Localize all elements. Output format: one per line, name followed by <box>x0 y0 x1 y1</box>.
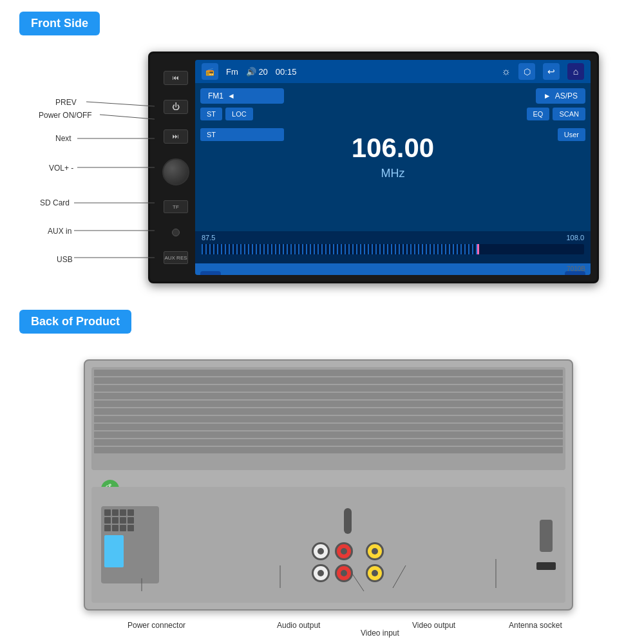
fin-10 <box>94 439 563 446</box>
screen-right-controls: ►AS/PS EQ SCAN User <box>502 88 585 226</box>
video-row-2 <box>366 564 384 582</box>
back-icon[interactable]: ↩ <box>543 63 560 80</box>
video-row-1 <box>366 542 384 560</box>
sd-card-slot[interactable]: TF <box>164 200 188 213</box>
freq-bar: ‹ 87.50 90.00 98.00 106.00 108.00 87.50 … <box>195 263 591 275</box>
front-section-label: Front Side <box>19 12 100 35</box>
frequency-unit: MHz <box>381 167 405 180</box>
back-body: CPS5 <box>84 359 573 611</box>
fin-9 <box>94 431 563 438</box>
pin-10 <box>112 525 118 531</box>
back-device: CPS5 <box>84 359 573 611</box>
video-output-port <box>366 542 384 560</box>
fin-5 <box>94 401 563 407</box>
prev-button[interactable]: ⏮ <box>164 71 188 85</box>
model-number: 7010B <box>567 265 585 272</box>
power-button[interactable]: ⏻ <box>164 100 188 114</box>
fin-2 <box>94 377 563 384</box>
video-input-label: Video input <box>361 629 399 638</box>
freq-start: 87.5 <box>202 234 215 242</box>
progress-track <box>202 244 584 254</box>
user-label: User <box>558 128 585 141</box>
usb-slot-back <box>536 562 556 570</box>
next-button[interactable]: ⏭ <box>164 129 188 144</box>
progress-area: 87.5 108.0 <box>195 231 591 263</box>
front-device: ⏮ ⏻ ⏭ TF AUX RES 📻 Fm 🔊 20 00:15 ☼ ⬡ <box>148 52 599 283</box>
pin-5 <box>104 517 111 524</box>
vol-annotation: VOL+ - <box>49 164 73 173</box>
svg-line-0 <box>86 102 155 106</box>
st-loc-row: ST LOC <box>200 108 284 120</box>
freq-end: 108.0 <box>566 234 584 242</box>
pin-9 <box>104 525 111 531</box>
video-group <box>366 542 384 582</box>
audio-output-row-2 <box>312 564 353 582</box>
usb-port[interactable]: AUX RES <box>164 251 188 264</box>
usb-annotation: USB <box>57 255 73 264</box>
st-label: ST <box>200 128 284 141</box>
sdcard-annotation: SD Card <box>40 198 70 207</box>
heatsink <box>91 367 565 470</box>
pin-7 <box>120 517 126 524</box>
controls-panel: ⏮ ⏻ ⏭ TF AUX RES <box>156 60 195 275</box>
power-connector <box>101 506 159 583</box>
fin-6 <box>94 408 563 415</box>
prev-annotation: PREV <box>55 98 77 107</box>
screen-mode: Fm <box>226 67 238 77</box>
fm1-button[interactable]: FM1◄ <box>200 88 284 104</box>
pin-1 <box>104 509 111 516</box>
audio-out-white-2 <box>312 564 330 582</box>
asps-button[interactable]: ►AS/PS <box>536 88 585 104</box>
screen-left-controls: FM1◄ ST LOC ST <box>200 88 284 226</box>
volume-knob[interactable] <box>162 158 189 185</box>
pin-6 <box>112 517 118 524</box>
progress-labels: 87.5 108.0 <box>202 234 584 242</box>
aux-jack[interactable] <box>172 229 180 236</box>
antenna-socket <box>540 520 553 552</box>
aux-annotation: AUX in <box>48 227 71 236</box>
video-input-port <box>366 564 384 582</box>
device-body: ⏮ ⏻ ⏭ TF AUX RES 📻 Fm 🔊 20 00:15 ☼ ⬡ <box>148 52 599 283</box>
freq-prev-button[interactable]: ‹ <box>200 271 221 275</box>
screen: 📻 Fm 🔊 20 00:15 ☼ ⬡ ↩ ⌂ FM1◄ ST L <box>195 60 591 275</box>
power-annotation: Power ON/OFF <box>39 111 92 120</box>
pin-11 <box>120 525 126 531</box>
audio-output-row-1 <box>312 542 353 560</box>
fin-11 <box>94 447 563 453</box>
bluetooth-icon: ⬡ <box>518 63 535 80</box>
home-icon[interactable]: ⌂ <box>567 63 584 80</box>
screen-center: 106.00 MHz <box>289 88 497 226</box>
eq-button[interactable]: EQ <box>527 108 550 120</box>
fin-1 <box>94 370 563 376</box>
blue-connector <box>104 535 124 567</box>
loc-button[interactable]: LOC <box>225 108 253 120</box>
fin-8 <box>94 424 563 430</box>
pin-8 <box>128 517 134 524</box>
next-annotation: Next <box>55 134 71 143</box>
antenna-section <box>536 520 556 570</box>
audio-out-red-1 <box>335 542 353 560</box>
scan-button[interactable]: SCAN <box>553 108 585 120</box>
screen-main: FM1◄ ST LOC ST 106.00 MHz ►AS/PS <box>195 83 591 231</box>
frequency-display: 106.00 <box>352 135 434 162</box>
power-connector-section <box>101 506 159 583</box>
fin-3 <box>94 385 563 392</box>
eq-scan-row: EQ SCAN <box>527 108 585 120</box>
fin-7 <box>94 416 563 422</box>
st-button[interactable]: ST <box>200 108 222 120</box>
pin-2 <box>112 509 118 516</box>
audio-output-group <box>312 542 353 582</box>
middle-section <box>172 508 524 582</box>
screen-volume: 🔊 20 <box>246 67 268 77</box>
audio-output-label: Audio output <box>277 621 320 630</box>
rca-groups <box>312 542 384 582</box>
video-output-label: Video output <box>412 621 455 630</box>
power-connector-label: Power connector <box>128 621 185 630</box>
sun-icon: ☼ <box>501 66 511 77</box>
screen-topbar: 📻 Fm 🔊 20 00:15 ☼ ⬡ ↩ ⌂ <box>195 60 591 83</box>
antenna-socket-label: Antenna socket <box>509 621 562 630</box>
audio-out-white-1 <box>312 542 330 560</box>
fin-4 <box>94 393 563 399</box>
screen-time: 00:15 <box>276 67 297 77</box>
progress-fill <box>202 244 477 254</box>
